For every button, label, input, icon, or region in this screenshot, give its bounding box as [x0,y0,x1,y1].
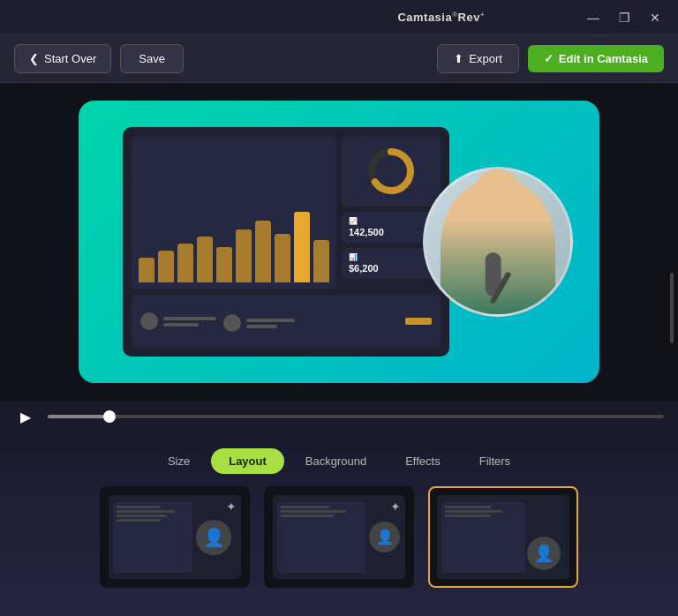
stat2-value: $6,200 [349,263,433,274]
toolbar: ❮ Start Over Save ⬆ Export ✓ Edit in Cam… [0,35,678,83]
start-over-label: Start Over [44,52,96,65]
upload-icon: ⬆ [454,52,463,65]
scroll-indicator [670,273,674,343]
tab-bar: Size Layout Background Effects Filters [150,432,528,486]
sparkle-icon-2: ✦ [390,500,401,514]
tab-layout[interactable]: Layout [211,448,284,474]
sparkle-icon-1: ✦ [226,500,237,514]
layout-option-2[interactable]: 👤 ✦ [264,486,414,588]
preview-canvas: 📈 142,500 📊 $6,200 [79,101,599,383]
timeline-track[interactable] [48,415,664,418]
window-controls: — ❐ ✕ [584,9,664,26]
chevron-left-icon: ❮ [29,52,39,65]
timeline-scrubber[interactable] [103,410,116,423]
start-over-button[interactable]: ❮ Start Over [14,44,111,73]
save-label: Save [139,52,165,65]
preview-area: 📈 142,500 📊 $6,200 [0,83,678,401]
bottom-panel: Size Layout Background Effects Filters 👤 [0,432,678,616]
edit-camtasia-label: Edit in Camtasia [559,52,648,65]
export-label: Export [469,52,502,65]
export-button[interactable]: ⬆ Export [437,44,519,73]
dashboard-mockup: 📈 142,500 📊 $6,200 [123,127,449,357]
webcam-overlay [423,167,573,317]
tab-filters[interactable]: Filters [462,448,528,474]
layout-option-3[interactable]: 👤 [428,486,578,588]
title-bar: Camtasia®Rev+ — ❐ ✕ [0,0,678,35]
tab-size[interactable]: Size [150,448,207,474]
tab-background[interactable]: Background [288,448,384,474]
tab-effects[interactable]: Effects [388,448,458,474]
timeline: ▶ [0,401,678,432]
close-button[interactable]: ✕ [646,9,664,26]
edit-in-camtasia-button[interactable]: ✓ Edit in Camtasia [528,45,664,72]
save-button[interactable]: Save [120,44,184,73]
layouts-grid: 👤 ✦ 👤 ✦ [0,486,678,588]
timeline-progress [48,415,109,418]
layout-option-1[interactable]: 👤 ✦ [100,486,250,588]
app-title: Camtasia®Rev+ [299,11,584,24]
minimize-button[interactable]: — [584,9,603,26]
stat1-value: 142,500 [349,227,433,237]
play-button[interactable]: ▶ [14,405,37,428]
check-icon: ✓ [544,52,554,65]
maximize-button[interactable]: ❐ [615,9,634,26]
